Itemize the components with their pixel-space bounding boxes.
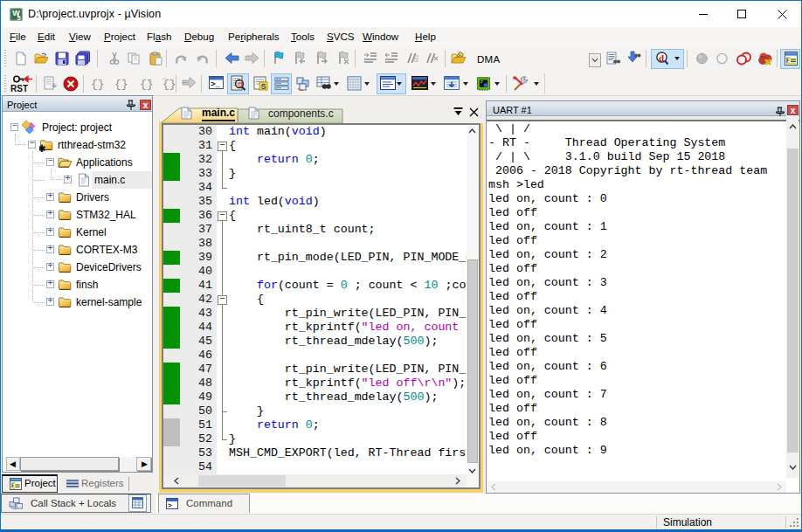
svg-text:{}: {}	[114, 78, 128, 91]
svg-text:>: >	[168, 501, 172, 509]
svg-text:✱︎: ✱︎	[39, 143, 45, 152]
svg-text:{}: {}	[91, 78, 105, 91]
svg-text:{}: {}	[162, 78, 176, 91]
svg-text:RST: RST	[10, 84, 28, 93]
svg-text:S: S	[261, 82, 266, 91]
svg-text:5: 5	[17, 14, 20, 22]
svg-text:d: d	[659, 52, 664, 63]
svg-text:{}: {}	[140, 78, 154, 91]
svg-text:>_: >_	[211, 80, 220, 89]
